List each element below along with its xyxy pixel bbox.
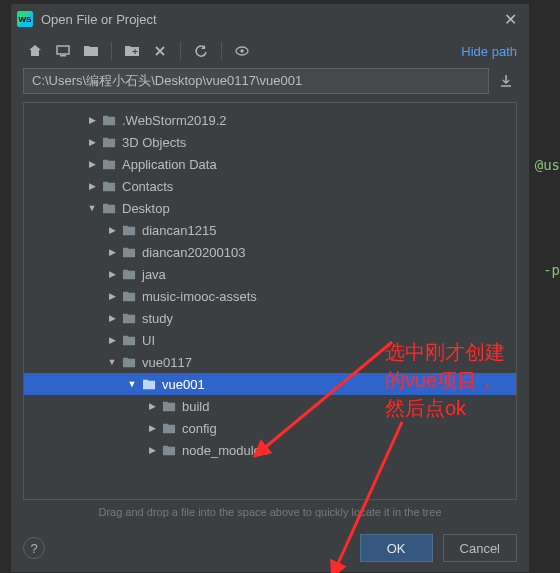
dialog-title: Open File or Project [41, 12, 490, 27]
tree-row[interactable]: ▼Desktop [24, 197, 516, 219]
ok-button[interactable]: OK [360, 534, 433, 562]
folder-icon [100, 114, 118, 127]
folder-icon [100, 180, 118, 193]
chevron-right-icon[interactable]: ▶ [144, 445, 160, 455]
background-text: @us [535, 157, 560, 173]
folder-icon [120, 246, 138, 259]
chevron-right-icon[interactable]: ▶ [84, 159, 100, 169]
tree-row[interactable]: ▶build [24, 395, 516, 417]
chevron-right-icon[interactable]: ▶ [144, 401, 160, 411]
tree-row-label: 3D Objects [122, 135, 186, 150]
chevron-down-icon[interactable]: ▼ [104, 357, 120, 367]
close-button[interactable]: ✕ [498, 10, 523, 29]
tree-row-label: config [182, 421, 217, 436]
tree-row[interactable]: ▶music-imooc-assets [24, 285, 516, 307]
chevron-down-icon[interactable]: ▼ [124, 379, 140, 389]
hide-path-link[interactable]: Hide path [461, 44, 517, 59]
folder-icon [140, 378, 158, 391]
desktop-button[interactable] [51, 39, 75, 63]
tree-row-label: Desktop [122, 201, 170, 216]
tree-row-selected[interactable]: ▼vue001 [24, 373, 516, 395]
webstorm-icon: WS [17, 11, 33, 27]
folder-icon [100, 202, 118, 215]
tree-row-label: UI [142, 333, 155, 348]
tree-row[interactable]: ▶java [24, 263, 516, 285]
chevron-right-icon[interactable]: ▶ [104, 225, 120, 235]
tree-row[interactable]: ▼vue0117 [24, 351, 516, 373]
separator [180, 42, 181, 60]
chevron-right-icon[interactable]: ▶ [104, 269, 120, 279]
tree-row[interactable]: ▶diancan1215 [24, 219, 516, 241]
tree-row-label: Contacts [122, 179, 173, 194]
chevron-right-icon[interactable]: ▶ [84, 181, 100, 191]
cancel-button[interactable]: Cancel [443, 534, 517, 562]
tree-row[interactable]: ▶UI [24, 329, 516, 351]
download-icon[interactable] [495, 70, 517, 92]
folder-icon [100, 158, 118, 171]
tree-row-label: java [142, 267, 166, 282]
refresh-button[interactable] [189, 39, 213, 63]
tree-row-label: diancan1215 [142, 223, 216, 238]
project-button[interactable] [79, 39, 103, 63]
chevron-right-icon[interactable]: ▶ [104, 335, 120, 345]
delete-button[interactable] [148, 39, 172, 63]
folder-icon [100, 136, 118, 149]
folder-icon [120, 356, 138, 369]
chevron-right-icon[interactable]: ▶ [104, 291, 120, 301]
file-tree[interactable]: ▶.WebStorm2019.2▶3D Objects▶Application … [23, 102, 517, 500]
dialog-footer: ? OK Cancel [11, 524, 529, 572]
tree-row-label: vue001 [162, 377, 205, 392]
tree-row[interactable]: ▶node_modules [24, 439, 516, 461]
tree-row[interactable]: ▶Contacts [24, 175, 516, 197]
tree-row[interactable]: ▶3D Objects [24, 131, 516, 153]
chevron-right-icon[interactable]: ▶ [84, 137, 100, 147]
chevron-down-icon[interactable]: ▼ [84, 203, 100, 213]
path-input[interactable] [23, 68, 489, 94]
tree-row[interactable]: ▶config [24, 417, 516, 439]
folder-icon [160, 422, 178, 435]
help-button[interactable]: ? [23, 537, 45, 559]
tree-row[interactable]: ▶diancan20200103 [24, 241, 516, 263]
tree-row-label: study [142, 311, 173, 326]
separator [221, 42, 222, 60]
new-folder-button[interactable] [120, 39, 144, 63]
tree-row[interactable]: ▶Application Data [24, 153, 516, 175]
tree-row-label: build [182, 399, 209, 414]
chevron-right-icon[interactable]: ▶ [104, 247, 120, 257]
tree-row-label: Application Data [122, 157, 217, 172]
background-text: -p [543, 262, 560, 278]
tree-row-label: music-imooc-assets [142, 289, 257, 304]
folder-icon [120, 312, 138, 325]
folder-icon [120, 290, 138, 303]
show-hidden-button[interactable] [230, 39, 254, 63]
tree-row[interactable]: ▶study [24, 307, 516, 329]
toolbar: Hide path [11, 34, 529, 68]
open-file-dialog: WS Open File or Project ✕ Hide path ▶.We… [10, 3, 530, 573]
tree-row-label: node_modules [182, 443, 267, 458]
home-button[interactable] [23, 39, 47, 63]
svg-point-3 [240, 49, 243, 52]
drag-drop-hint: Drag and drop a file into the space abov… [11, 500, 529, 518]
svg-rect-0 [57, 46, 69, 54]
folder-icon [160, 444, 178, 457]
titlebar: WS Open File or Project ✕ [11, 4, 529, 34]
tree-row-label: .WebStorm2019.2 [122, 113, 227, 128]
folder-icon [120, 268, 138, 281]
folder-icon [160, 400, 178, 413]
folder-icon [120, 334, 138, 347]
separator [111, 42, 112, 60]
tree-row[interactable]: ▶.WebStorm2019.2 [24, 109, 516, 131]
folder-icon [120, 224, 138, 237]
svg-rect-1 [60, 55, 66, 57]
tree-row-label: vue0117 [142, 355, 192, 370]
tree-row-label: diancan20200103 [142, 245, 245, 260]
path-row [11, 68, 529, 102]
chevron-right-icon[interactable]: ▶ [104, 313, 120, 323]
chevron-right-icon[interactable]: ▶ [84, 115, 100, 125]
chevron-right-icon[interactable]: ▶ [144, 423, 160, 433]
